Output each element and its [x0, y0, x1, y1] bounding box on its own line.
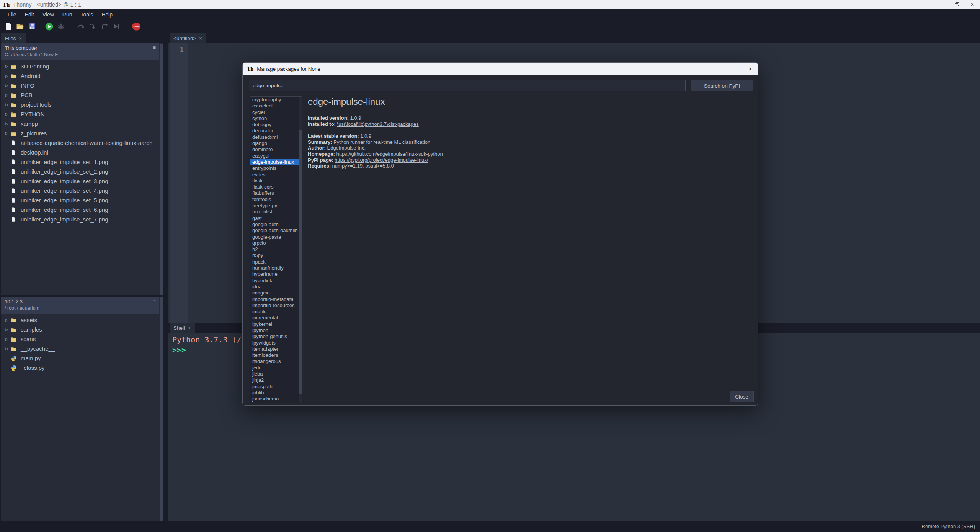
package-list-item[interactable]: imageio — [250, 290, 302, 296]
package-list-item[interactable]: jedi — [250, 365, 302, 371]
tree-item-file[interactable]: unihiker_edge_impulse_set_6.png — [1, 205, 159, 215]
menu-file[interactable]: File — [3, 10, 21, 19]
expander-icon[interactable]: ▷ — [5, 318, 11, 322]
package-list-item[interactable]: ipython-genutils — [250, 334, 302, 340]
package-list-item[interactable]: itemadapter — [250, 346, 302, 352]
expander-icon[interactable]: ▷ — [5, 347, 11, 351]
tree-item-folder[interactable]: ▷samples — [1, 325, 159, 334]
package-list-item[interactable]: imutils — [250, 309, 302, 315]
dialog-titlebar[interactable]: Th Manage packages for None × — [243, 63, 758, 75]
expander-icon[interactable]: ▷ — [5, 337, 11, 341]
package-list-item[interactable]: evdev — [250, 172, 302, 178]
step-into-button[interactable] — [88, 23, 96, 31]
tree-item-folder[interactable]: ▷3D Printing — [1, 62, 159, 71]
expander-icon[interactable]: ▷ — [5, 102, 11, 107]
files-scrollbar[interactable] — [159, 43, 163, 295]
package-list-item[interactable]: easygui — [250, 153, 302, 159]
package-search-input[interactable] — [249, 80, 686, 91]
package-list-item[interactable]: google-pasta — [250, 234, 302, 240]
package-list-item[interactable]: itemloaders — [250, 352, 302, 358]
package-list-scrollbar-thumb[interactable] — [299, 130, 302, 394]
package-list-item[interactable]: hyperlink — [250, 278, 302, 284]
package-list-scrollbar[interactable] — [299, 97, 302, 403]
package-list-item[interactable]: grpcio — [250, 240, 302, 246]
tab-close-icon[interactable]: × — [188, 325, 191, 331]
package-list-item[interactable]: flask — [250, 178, 302, 184]
expander-icon[interactable]: ▷ — [5, 112, 11, 116]
tab-close-icon[interactable]: × — [199, 36, 202, 41]
tree-item-folder[interactable]: ▷Android — [1, 71, 159, 81]
package-list-item[interactable]: django — [250, 140, 302, 146]
menu-tools[interactable]: Tools — [76, 10, 97, 19]
menu-run[interactable]: Run — [58, 10, 77, 19]
tree-item-folder[interactable]: ▷__pycache__ — [1, 344, 159, 353]
tree-item-folder[interactable]: ▷z_pictures — [1, 129, 159, 138]
save-button[interactable] — [28, 23, 36, 31]
files-scrollbar-thumb[interactable] — [160, 44, 163, 295]
package-list-item[interactable]: google-auth — [250, 221, 302, 228]
package-list-item[interactable]: dominate — [250, 146, 302, 153]
expander-icon[interactable]: ▷ — [5, 64, 11, 68]
package-list-item[interactable]: freetype-py — [250, 203, 302, 209]
package-list-item[interactable]: cycler — [250, 109, 302, 116]
tab-editor-untitled[interactable]: <untitled> × — [170, 33, 206, 43]
package-list-item[interactable]: hpack — [250, 259, 302, 265]
debug-script-button[interactable] — [57, 23, 65, 31]
tree-item-file[interactable]: unihiker_edge_impulse_set_4.png — [1, 186, 159, 195]
tree-item-folder[interactable]: ▷project tools — [1, 100, 159, 109]
run-script-button[interactable] — [45, 23, 53, 31]
tree-item-file[interactable]: unihiker_edge_impulse_set_2.png — [1, 167, 159, 176]
package-list-item[interactable]: flask-cors — [250, 184, 302, 190]
dialog-close-button[interactable]: Close — [730, 391, 754, 402]
step-out-button[interactable] — [100, 23, 108, 31]
tree-item-file[interactable]: unihiker_edge_impulse_set_5.png — [1, 195, 159, 205]
package-list-item[interactable]: ipython — [250, 327, 302, 334]
package-list-item[interactable]: h2 — [250, 246, 302, 252]
package-list-item[interactable]: importlib-resources — [250, 303, 302, 309]
tree-item-file[interactable]: unihiker_edge_impulse_set_1.png — [1, 157, 159, 167]
tab-close-icon[interactable]: × — [19, 36, 22, 41]
package-list-item[interactable]: ipykernel — [250, 321, 302, 327]
package-list-item[interactable]: defusedxml — [250, 134, 302, 140]
expander-icon[interactable]: ▷ — [5, 131, 11, 135]
tab-shell[interactable]: Shell × — [170, 323, 195, 333]
restore-button[interactable] — [949, 0, 965, 9]
tree-item-file[interactable]: ai-based-aquatic-chemical-water-testing-… — [1, 138, 159, 148]
dialog-close-icon[interactable]: × — [747, 66, 754, 72]
files-menu-icon[interactable]: ≡ — [153, 45, 156, 50]
search-on-pypi-button[interactable]: Search on PyPI — [691, 80, 753, 91]
package-list-item[interactable]: fonttools — [250, 197, 302, 203]
tree-item-file[interactable]: unihiker_edge_impulse_set_7.png — [1, 215, 159, 224]
new-file-button[interactable] — [4, 23, 12, 31]
menu-view[interactable]: View — [38, 10, 58, 19]
package-list-item[interactable]: jmespath — [250, 384, 302, 390]
package-list-item[interactable]: cython — [250, 116, 302, 122]
menu-help[interactable]: Help — [97, 10, 117, 19]
package-list-item[interactable]: flatbuffers — [250, 190, 302, 196]
minimize-button[interactable]: — — [934, 0, 949, 9]
package-list-item[interactable]: jupyter — [250, 402, 302, 403]
tree-item-python[interactable]: main.py — [1, 353, 159, 363]
package-list-item[interactable]: itsdangerous — [250, 358, 302, 364]
package-list-item[interactable]: jinja2 — [250, 377, 302, 383]
open-file-button[interactable] — [16, 23, 24, 31]
package-list-item[interactable]: gast — [250, 215, 302, 221]
resume-button[interactable] — [112, 23, 120, 31]
package-list-item[interactable]: humanfriendly — [250, 265, 302, 271]
tree-item-folder[interactable]: ▷assets — [1, 315, 159, 325]
expander-icon[interactable]: ▷ — [5, 122, 11, 126]
package-list-item[interactable]: edge-impulse-linux — [250, 159, 302, 165]
package-list-item[interactable]: ipywidgets — [250, 340, 302, 346]
tree-item-file[interactable]: desktop.ini — [1, 148, 159, 157]
package-list-item[interactable]: incremental — [250, 315, 302, 321]
expander-icon[interactable]: ▷ — [5, 83, 11, 88]
package-list-item[interactable]: debugpy — [250, 122, 302, 128]
package-list-item[interactable]: google-auth-oauthlib — [250, 228, 302, 234]
expander-icon[interactable]: ▷ — [5, 93, 11, 97]
expander-icon[interactable]: ▷ — [5, 74, 11, 78]
package-list-item[interactable]: hyperframe — [250, 271, 302, 277]
stop-restart-button[interactable]: STOP — [132, 23, 140, 31]
tree-item-folder[interactable]: ▷INFO — [1, 81, 159, 90]
step-over-button[interactable] — [77, 23, 85, 31]
remote-menu-icon[interactable]: ≡ — [153, 298, 156, 304]
